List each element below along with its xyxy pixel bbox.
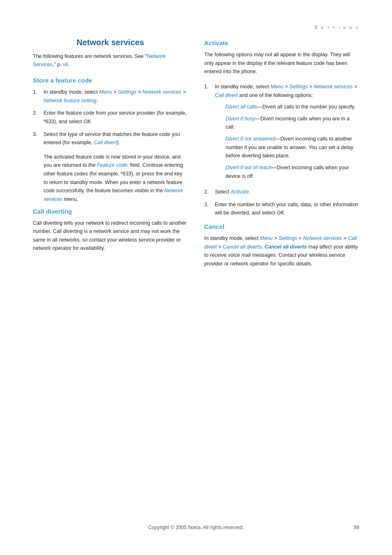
page-footer: Copyright © 2005 Nokia. All rights reser…	[0, 525, 392, 530]
call-diverting-title: Call diverting	[33, 208, 188, 215]
network-services-link-3: Network services	[303, 235, 342, 241]
list-item: 2. Select Activate.	[204, 188, 359, 196]
settings-link-2: Settings	[289, 84, 308, 90]
list-item: 3. Select the type of service that match…	[33, 130, 188, 147]
section-label: S e t t i n g s	[315, 25, 359, 30]
list-item: 1. In standby mode, select Menu > Settin…	[204, 83, 359, 184]
copyright-text: Copyright © 2005 Nokia. All rights reser…	[33, 525, 359, 530]
activate-title: Activate	[204, 39, 359, 46]
store-feature-code-list: 1. In standby mode, select Menu > Settin…	[33, 88, 188, 147]
network-feature-setting-link: Network feature setting	[44, 98, 97, 104]
list-item: 1. In standby mode, select Menu > Settin…	[33, 88, 188, 105]
call-diverting-body: Call diverting tells your network to red…	[33, 219, 188, 253]
cancel-body: In standby mode, select Menu > Settings …	[204, 234, 359, 268]
right-column: Activate The following options may not a…	[204, 38, 359, 275]
content-area: Network services The following features …	[0, 34, 392, 291]
sub-item-divert-out-of-reach: Divert if out of reach—Divert incoming c…	[226, 164, 359, 180]
call-diverting-section: Call diverting Call diverting tells your…	[33, 208, 188, 253]
left-column: Network services The following features …	[33, 38, 188, 275]
intro-paragraph: The following features are network servi…	[33, 52, 188, 69]
network-services-menu-link: Network services	[142, 89, 181, 95]
settings-link-3: Settings	[279, 235, 297, 241]
page-title: Network services	[33, 38, 188, 47]
divert-not-answered-label: Divert if not answered	[226, 136, 275, 142]
cancel-all-diverts-link: Cancel all diverts	[223, 244, 262, 250]
sub-item-divert-busy: Divert if busy—Divert incoming calls whe…	[226, 115, 359, 131]
network-services-menu-ref: Network services	[44, 188, 183, 202]
cancel-section: Cancel In standby mode, select Menu > Se…	[204, 223, 359, 268]
page: S e t t i n g s Network services The fol…	[0, 0, 392, 555]
settings-link: Settings	[118, 89, 136, 95]
cancel-all-diverts-bold: Cancel all diverts	[265, 244, 307, 250]
divert-busy-label: Divert if busy	[226, 116, 255, 122]
activate-link: Activate	[231, 189, 249, 195]
store-feature-code-section: Store a feature code 1. In standby mode,…	[33, 77, 188, 204]
page-vii-link[interactable]: vii	[63, 62, 68, 67]
divert-all-label: Divert all calls	[226, 104, 257, 110]
activate-list: 1. In standby mode, select Menu > Settin…	[204, 83, 359, 217]
continued-text: The activated feature code is now stored…	[44, 153, 188, 204]
network-services-link-2: Network services	[314, 84, 353, 90]
menu-link: Menu	[99, 89, 112, 95]
page-header: S e t t i n g s	[0, 0, 392, 34]
sub-options: Divert all calls—Divert all calls to the…	[226, 103, 359, 180]
call-divert-link-2: Call divert	[215, 92, 238, 98]
divert-out-of-reach-label: Divert if out of reach	[226, 165, 272, 170]
list-item: 2. Enter the feature code from your serv…	[33, 109, 188, 126]
activate-intro: The following options may not all appear…	[204, 51, 359, 76]
activate-section: Activate The following options may not a…	[204, 39, 359, 217]
sub-item-divert-all: Divert all calls—Divert all calls to the…	[226, 103, 359, 111]
sub-item-divert-not-answered: Divert if not answered—Divert incoming c…	[226, 135, 359, 160]
menu-link-2: Menu	[271, 84, 284, 90]
page-number: 59	[354, 525, 359, 530]
list-item: 3. Enter the number to which your calls,…	[204, 200, 359, 217]
feature-code-italic: Feature code:	[97, 162, 129, 168]
store-feature-code-title: Store a feature code	[33, 77, 188, 84]
cancel-title: Cancel	[204, 223, 359, 230]
call-divert-link: Call divert	[94, 140, 117, 145]
menu-link-3: Menu	[260, 235, 273, 241]
